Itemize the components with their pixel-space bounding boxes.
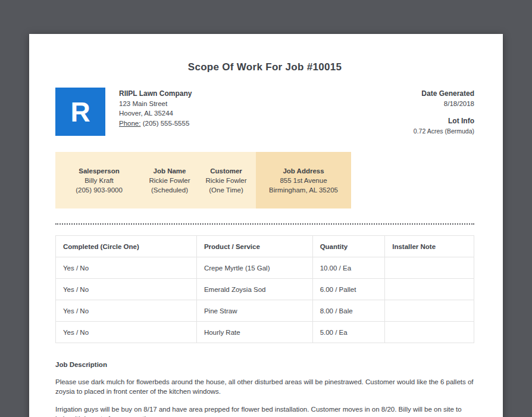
date-generated-label: Date Generated (414, 89, 474, 99)
summary-job-name: Job Name Rickie Fowler (Scheduled) (143, 152, 196, 208)
job-description-section: Job Description Please use dark mulch fo… (55, 361, 474, 417)
cell-quantity: 8.00 / Bale (312, 300, 385, 322)
customer-name: Rickie Fowler (196, 176, 256, 185)
cell-quantity: 5.00 / Ea (312, 322, 385, 343)
lot-info-label: Lot Info (414, 116, 474, 126)
col-header-quantity: Quantity (312, 236, 385, 257)
viewer-background: { "page": { "title": "Scope Of Work For … (0, 0, 532, 417)
document-title: Scope Of Work For Job #10015 (55, 61, 474, 73)
salesperson-label: Salesperson (55, 166, 143, 176)
lot-info-value: 0.72 Acres (Bermuda) (414, 126, 474, 136)
job-name-label: Job Name (143, 166, 196, 176)
salesperson-name: Billy Kraft (55, 176, 143, 185)
job-address-line1: 855 1st Avenue (256, 176, 351, 185)
table-row: Yes / No Pine Straw 8.00 / Bale (56, 300, 474, 322)
table-row: Yes / No Hourly Rate 5.00 / Ea (56, 322, 474, 343)
logo-letter: R (70, 96, 90, 128)
company-phone: Phone: (205) 555-5555 (119, 119, 192, 129)
cell-completed: Yes / No (56, 300, 197, 322)
summary-salesperson: Salesperson Billy Kraft (205) 903-9000 (55, 152, 143, 208)
company-name: RIIPL Lawn Company (119, 89, 192, 99)
company-info: RIIPL Lawn Company 123 Main Street Hoove… (119, 88, 192, 128)
cell-quantity: 10.00 / Ea (312, 257, 385, 279)
job-address-label: Job Address (256, 166, 351, 176)
job-address-line2: Birmingham, AL 35205 (256, 185, 351, 195)
riipl-logo: R (55, 88, 105, 136)
job-description-label: Job Description (55, 361, 474, 368)
cell-product: Crepe Myrtle (15 Gal) (196, 257, 312, 279)
summary-job-address: Job Address 855 1st Avenue Birmingham, A… (256, 152, 351, 208)
company-address-line2: Hoover, AL 35244 (119, 108, 192, 119)
cell-product: Pine Straw (196, 300, 312, 322)
document-header: R RIIPL Lawn Company 123 Main Street Hoo… (55, 88, 474, 136)
job-description-paragraph: Irrigation guys will be buy on 8/17 and … (55, 404, 474, 417)
summary-customer: Customer Rickie Fowler (One Time) (196, 152, 256, 208)
company-address-line1: 123 Main Street (119, 99, 192, 109)
phone-number: (205) 555-5555 (143, 120, 190, 127)
date-generated-value: 8/18/2018 (414, 99, 474, 109)
col-header-installer-note: Installer Note (385, 236, 474, 257)
dashed-divider (55, 223, 474, 225)
cell-product: Hourly Rate (196, 322, 312, 343)
cell-completed: Yes / No (56, 257, 197, 279)
job-summary-band: Salesperson Billy Kraft (205) 903-9000 J… (55, 152, 474, 208)
customer-label: Customer (196, 166, 256, 176)
document-page: Scope Of Work For Job #10015 R RIIPL Law… (29, 34, 503, 417)
table-row: Yes / No Emerald Zoysia Sod 6.00 / Palle… (56, 279, 474, 300)
phone-label: Phone: (119, 120, 140, 127)
cell-installer-note (385, 257, 474, 279)
job-name-status: (Scheduled) (143, 185, 196, 195)
cell-installer-note (385, 279, 474, 300)
document-meta: Date Generated 8/18/2018 Lot Info 0.72 A… (414, 88, 474, 136)
work-items-table: Completed (Circle One) Product / Service… (55, 235, 474, 343)
cell-installer-note (385, 322, 474, 343)
customer-type: (One Time) (196, 185, 256, 195)
job-description-paragraph: Please use dark mulch for flowerbeds aro… (55, 377, 474, 396)
salesperson-phone: (205) 903-9000 (55, 185, 143, 195)
col-header-completed: Completed (Circle One) (56, 236, 197, 257)
cell-installer-note (385, 300, 474, 322)
job-name-value: Rickie Fowler (143, 176, 196, 185)
table-row: Yes / No Crepe Myrtle (15 Gal) 10.00 / E… (56, 257, 474, 279)
cell-completed: Yes / No (56, 279, 197, 300)
cell-completed: Yes / No (56, 322, 197, 343)
cell-quantity: 6.00 / Pallet (312, 279, 385, 300)
table-header-row: Completed (Circle One) Product / Service… (56, 236, 474, 257)
col-header-product: Product / Service (196, 236, 312, 257)
cell-product: Emerald Zoysia Sod (196, 279, 312, 300)
